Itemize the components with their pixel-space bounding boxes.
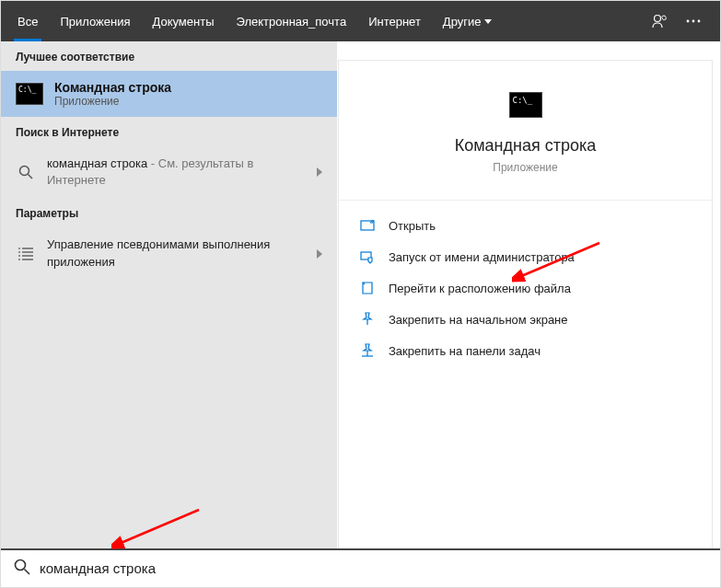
chevron-down-icon (484, 19, 492, 24)
cmd-icon (509, 92, 542, 118)
svg-point-2 (692, 20, 695, 23)
alias-settings-icon (16, 246, 36, 262)
svg-line-20 (25, 570, 30, 575)
open-icon (359, 217, 376, 234)
ellipsis-icon[interactable] (685, 13, 702, 29)
best-match-subtitle: Приложение (54, 95, 171, 108)
folder-icon (359, 280, 376, 296)
settings-label: Параметры (1, 198, 337, 227)
svg-point-3 (698, 20, 701, 23)
pin-start-icon (359, 311, 376, 328)
details-title: Командная строка (455, 136, 597, 156)
web-search-label: Поиск в Интернете (1, 117, 337, 146)
best-match-title: Командная строка (54, 80, 171, 95)
tab-all[interactable]: Все (6, 1, 49, 41)
svg-point-0 (655, 16, 661, 22)
svg-point-4 (20, 167, 29, 176)
admin-icon (359, 248, 376, 265)
search-icon (16, 165, 36, 179)
results-panel: Лучшее соответствие Командная строка При… (1, 41, 337, 549)
action-run-as-admin[interactable]: Запуск от имени администратора (339, 241, 712, 272)
tab-documents[interactable]: Документы (141, 1, 225, 41)
action-pin-start[interactable]: Закрепить на начальном экране (339, 304, 712, 335)
search-input[interactable] (40, 560, 215, 576)
best-match-item[interactable]: Командная строка Приложение (1, 71, 337, 117)
search-icon (14, 559, 30, 579)
tab-apps[interactable]: Приложения (49, 1, 141, 41)
feedback-icon[interactable] (650, 12, 669, 30)
search-bar[interactable] (1, 548, 720, 587)
svg-line-5 (29, 175, 33, 179)
svg-point-19 (16, 560, 26, 571)
chevron-right-icon (317, 167, 322, 177)
best-match-label: Лучшее соответствие (1, 41, 337, 71)
tab-more[interactable]: Другие (432, 1, 504, 41)
tab-internet[interactable]: Интернет (357, 1, 432, 41)
details-subtitle: Приложение (493, 161, 557, 174)
action-pin-taskbar[interactable]: Закрепить на панели задач (339, 335, 712, 366)
settings-item[interactable]: Управление псевдонимами выполнения прило… (1, 227, 337, 279)
chevron-right-icon (317, 249, 322, 259)
pin-taskbar-icon (359, 342, 376, 359)
action-open[interactable]: Открыть (339, 210, 712, 241)
details-panel: Командная строка Приложение Открыть Запу… (337, 41, 720, 549)
tab-email[interactable]: Электронная_почта (225, 1, 357, 41)
web-search-item[interactable]: командная строка - См. результаты в Инте… (1, 146, 337, 198)
cmd-icon (16, 83, 43, 105)
svg-point-1 (687, 20, 690, 23)
action-open-location[interactable]: Перейти к расположению файла (339, 272, 712, 304)
top-tabs-bar: Все Приложения Документы Электронная_поч… (1, 1, 720, 41)
